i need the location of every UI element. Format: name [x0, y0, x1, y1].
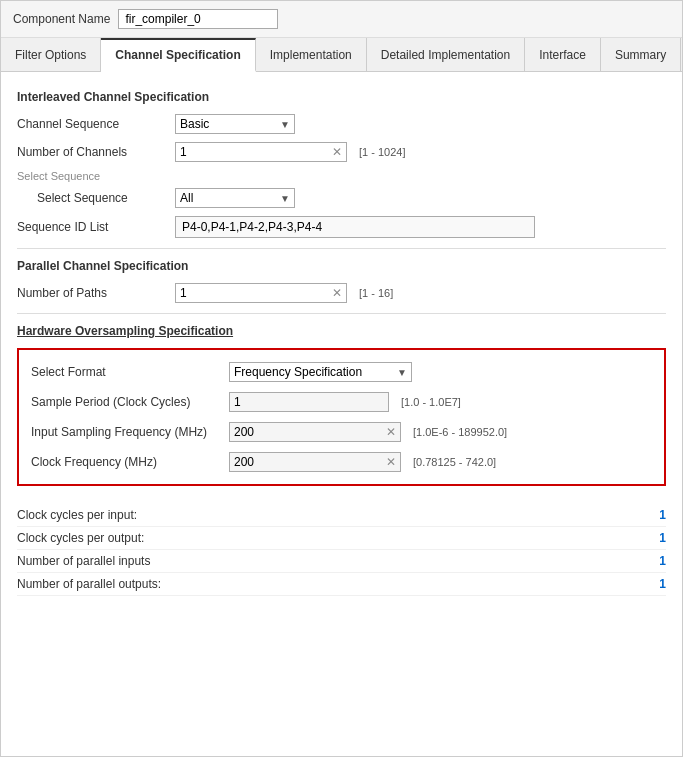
tab-implementation[interactable]: Implementation — [256, 38, 367, 71]
summary-key-2: Number of parallel inputs — [17, 554, 626, 568]
channel-sequence-row: Channel Sequence Basic Advanced ▼ — [17, 114, 666, 134]
select-sequence-dropdown-wrap[interactable]: All Custom ▼ — [175, 188, 295, 208]
clock-freq-input[interactable] — [234, 455, 384, 469]
main-content: Interleaved Channel Specification Channe… — [1, 72, 682, 618]
parallel-section-title: Parallel Channel Specification — [17, 259, 666, 273]
number-of-channels-range: [1 - 1024] — [359, 146, 405, 158]
divider-2 — [17, 313, 666, 314]
component-name-label: Component Name — [13, 12, 110, 26]
tabs-bar: Filter Options Channel Specification Imp… — [1, 38, 682, 72]
summary-row-2: Number of parallel inputs 1 — [17, 550, 666, 573]
number-of-paths-input[interactable] — [180, 286, 330, 300]
input-sampling-freq-label: Input Sampling Frequency (MHz) — [31, 425, 221, 439]
input-sampling-freq-input[interactable] — [234, 425, 384, 439]
summary-row-3: Number of parallel outputs: 1 — [17, 573, 666, 596]
input-sampling-freq-range: [1.0E-6 - 189952.0] — [413, 426, 507, 438]
summary-key-3: Number of parallel outputs: — [17, 577, 626, 591]
tab-filter-options[interactable]: Filter Options — [1, 38, 101, 71]
hardware-section-title: Hardware Oversampling Specification — [17, 324, 666, 338]
sequence-id-input[interactable] — [175, 216, 535, 238]
tab-interface[interactable]: Interface — [525, 38, 601, 71]
tab-summary[interactable]: Summary — [601, 38, 681, 71]
number-of-paths-input-wrap: ✕ — [175, 283, 347, 303]
hardware-oversampling-section: Select Format Frequency Specification Ha… — [17, 348, 666, 486]
clock-freq-input-wrap: ✕ — [229, 452, 401, 472]
input-sampling-freq-row: Input Sampling Frequency (MHz) ✕ [1.0E-6… — [31, 422, 652, 442]
tab-detailed-implementation[interactable]: Detailed Implementation — [367, 38, 525, 71]
sample-period-label: Sample Period (Clock Cycles) — [31, 395, 221, 409]
clock-freq-row: Clock Frequency (MHz) ✕ [0.78125 - 742.0… — [31, 452, 652, 472]
channel-sequence-label: Channel Sequence — [17, 117, 167, 131]
number-of-channels-input-wrap: ✕ — [175, 142, 347, 162]
sample-period-range: [1.0 - 1.0E7] — [401, 396, 461, 408]
component-name-bar: Component Name — [1, 1, 682, 38]
number-of-paths-label: Number of Paths — [17, 286, 167, 300]
select-sequence-select[interactable]: All Custom — [180, 191, 292, 205]
summary-value-3: 1 — [626, 577, 666, 591]
select-format-select[interactable]: Frequency Specification Hardware Oversam… — [234, 365, 409, 379]
number-of-paths-row: Number of Paths ✕ [1 - 16] — [17, 283, 666, 303]
sequence-id-row: Sequence ID List — [17, 216, 666, 238]
select-format-row: Select Format Frequency Specification Ha… — [31, 362, 652, 382]
sample-period-input[interactable] — [234, 395, 384, 409]
summary-key-0: Clock cycles per input: — [17, 508, 626, 522]
divider-1 — [17, 248, 666, 249]
tab-channel-specification[interactable]: Channel Specification — [101, 38, 255, 72]
number-of-channels-clear-btn[interactable]: ✕ — [332, 145, 342, 159]
select-sequence-label: Select Sequence — [17, 191, 167, 205]
interleaved-section-title: Interleaved Channel Specification — [17, 90, 666, 104]
summary-row-1: Clock cycles per output: 1 — [17, 527, 666, 550]
summary-value-0: 1 — [626, 508, 666, 522]
select-format-label: Select Format — [31, 365, 221, 379]
select-format-dropdown-wrap[interactable]: Frequency Specification Hardware Oversam… — [229, 362, 412, 382]
summary-value-1: 1 — [626, 531, 666, 545]
number-of-channels-label: Number of Channels — [17, 145, 167, 159]
number-of-channels-input[interactable] — [180, 145, 330, 159]
sample-period-row: Sample Period (Clock Cycles) [1.0 - 1.0E… — [31, 392, 652, 412]
select-sequence-group-label: Select Sequence — [17, 170, 666, 182]
summary-value-2: 1 — [626, 554, 666, 568]
sequence-id-label: Sequence ID List — [17, 220, 167, 234]
clock-freq-clear-btn[interactable]: ✕ — [386, 455, 396, 469]
summary-row-0: Clock cycles per input: 1 — [17, 504, 666, 527]
number-of-channels-row: Number of Channels ✕ [1 - 1024] — [17, 142, 666, 162]
input-sampling-freq-clear-btn[interactable]: ✕ — [386, 425, 396, 439]
clock-freq-label: Clock Frequency (MHz) — [31, 455, 221, 469]
component-name-input[interactable] — [118, 9, 278, 29]
channel-sequence-dropdown-wrap[interactable]: Basic Advanced ▼ — [175, 114, 295, 134]
clock-freq-range: [0.78125 - 742.0] — [413, 456, 496, 468]
summary-key-1: Clock cycles per output: — [17, 531, 626, 545]
number-of-paths-clear-btn[interactable]: ✕ — [332, 286, 342, 300]
select-sequence-row: Select Sequence All Custom ▼ — [17, 188, 666, 208]
summary-section: Clock cycles per input: 1 Clock cycles p… — [17, 496, 666, 604]
input-sampling-freq-input-wrap: ✕ — [229, 422, 401, 442]
sample-period-input-wrap — [229, 392, 389, 412]
channel-sequence-select[interactable]: Basic Advanced — [180, 117, 292, 131]
number-of-paths-range: [1 - 16] — [359, 287, 393, 299]
